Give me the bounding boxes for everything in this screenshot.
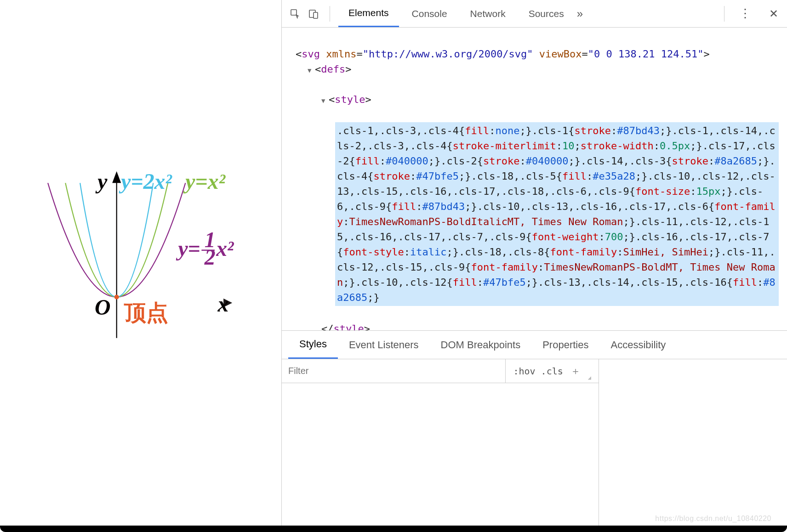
styles-rules-empty: [282, 383, 599, 532]
svg-text:y=x²: y=x²: [183, 169, 226, 193]
svg-text:x²: x²: [216, 236, 234, 260]
styles-pane: :hov .cls ＋ ◢: [282, 359, 787, 532]
selected-style-text[interactable]: .cls-1,.cls-3,.cls-4{fill:none;}.cls-1{s…: [335, 122, 779, 306]
main-tabbar: Elements Console Network Sources » ⋮ ✕: [282, 0, 787, 28]
subtab-properties[interactable]: Properties: [531, 331, 599, 359]
svg-point-5: [114, 294, 119, 299]
svg-text:2: 2: [204, 245, 216, 269]
tab-console[interactable]: Console: [402, 0, 457, 27]
svg-text:y: y: [95, 169, 108, 193]
svg-rect-22: [314, 12, 318, 18]
subtab-event-listeners[interactable]: Event Listeners: [338, 331, 430, 359]
more-tabs-icon[interactable]: »: [577, 7, 581, 20]
hov-toggle[interactable]: :hov: [513, 366, 535, 377]
computed-pane: [599, 359, 787, 532]
subtab-dom-breakpoints[interactable]: DOM Breakpoints: [430, 331, 532, 359]
styles-filter-input[interactable]: [282, 366, 505, 376]
kebab-icon[interactable]: ⋮: [737, 6, 753, 22]
tab-network[interactable]: Network: [460, 0, 516, 27]
dom-tree[interactable]: <svg xmlns="http://www.w3.org/2000/svg" …: [282, 28, 787, 331]
tab-elements[interactable]: Elements: [338, 0, 399, 27]
svg-text:顶点: 顶点: [124, 300, 168, 325]
svg-text:O: O: [95, 295, 110, 319]
subtab-accessibility[interactable]: Accessibility: [599, 331, 677, 359]
devtools-panel: Elements Console Network Sources » ⋮ ✕ <…: [281, 0, 787, 532]
styles-tabbar: Styles Event Listeners DOM Breakpoints P…: [282, 331, 787, 359]
inspect-icon[interactable]: [287, 6, 303, 22]
corner-resize-icon: ◢: [588, 374, 591, 381]
svg-preview-pane: .p-none{fill:none;stroke-width:0.7;} .ax…: [0, 0, 280, 532]
parabola-diagram: .p-none{fill:none;stroke-width:0.7;} .ax…: [39, 165, 241, 347]
new-style-rule-icon[interactable]: ＋: [569, 364, 582, 378]
close-icon[interactable]: ✕: [766, 6, 781, 22]
window-frame-bottom: [0, 526, 787, 532]
svg-text:y=: y=: [176, 236, 200, 260]
svg-marker-1: [112, 171, 121, 183]
tab-sources[interactable]: Sources: [519, 0, 574, 27]
device-toggle-icon[interactable]: [306, 6, 321, 22]
svg-text:y=2x²: y=2x²: [119, 169, 172, 193]
watermark-text: https://blog.csdn.net/u_10840220: [655, 515, 771, 523]
cls-toggle[interactable]: .cls: [541, 366, 563, 377]
subtab-styles[interactable]: Styles: [288, 331, 338, 359]
